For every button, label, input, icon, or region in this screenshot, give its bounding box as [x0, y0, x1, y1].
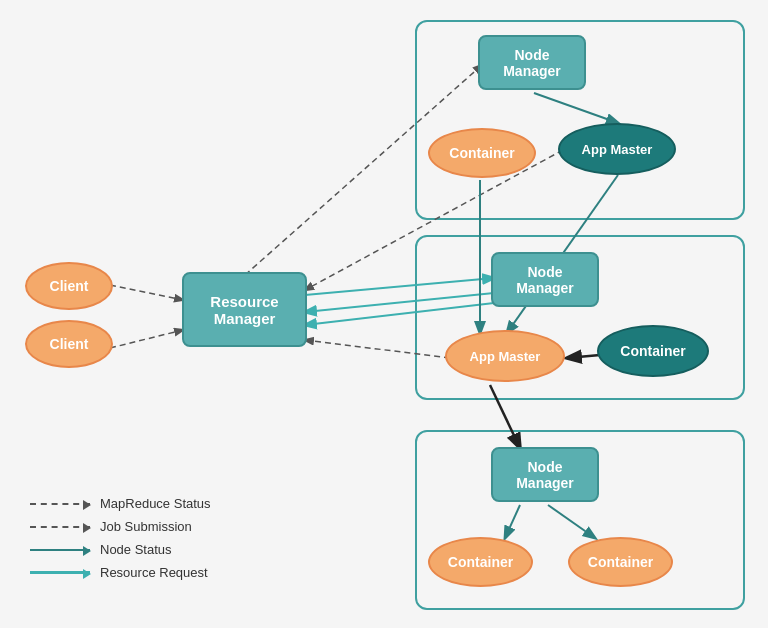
- svg-line-1: [110, 330, 183, 348]
- container-4-node: Container: [568, 537, 673, 587]
- node-manager-1-node: NodeManager: [478, 35, 586, 90]
- app-master-1-node: App Master: [558, 123, 676, 175]
- resource-manager-node: ResourceManager: [182, 272, 307, 347]
- legend-resource-request: Resource Request: [30, 565, 211, 580]
- legend-line-solid-2: [30, 571, 90, 574]
- legend-mapreduce-status: MapReduce Status: [30, 496, 211, 511]
- legend-line-dashed-1: [30, 503, 90, 505]
- container-3-node: Container: [428, 537, 533, 587]
- client-2-node: Client: [25, 320, 113, 368]
- app-master-2-node: App Master: [445, 330, 565, 382]
- legend-job-submission: Job Submission: [30, 519, 211, 534]
- legend: MapReduce Status Job Submission Node Sta…: [30, 496, 211, 588]
- diagram-container: Client Client ResourceManager NodeManage…: [0, 0, 768, 628]
- svg-line-0: [110, 285, 183, 300]
- legend-line-solid-1: [30, 549, 90, 551]
- legend-line-dashed-2: [30, 526, 90, 528]
- container-2-node: Container: [597, 325, 709, 377]
- legend-node-status: Node Status: [30, 542, 211, 557]
- node-manager-3-node: NodeManager: [491, 447, 599, 502]
- client-1-node: Client: [25, 262, 113, 310]
- node-manager-2-node: NodeManager: [491, 252, 599, 307]
- container-1-node: Container: [428, 128, 536, 178]
